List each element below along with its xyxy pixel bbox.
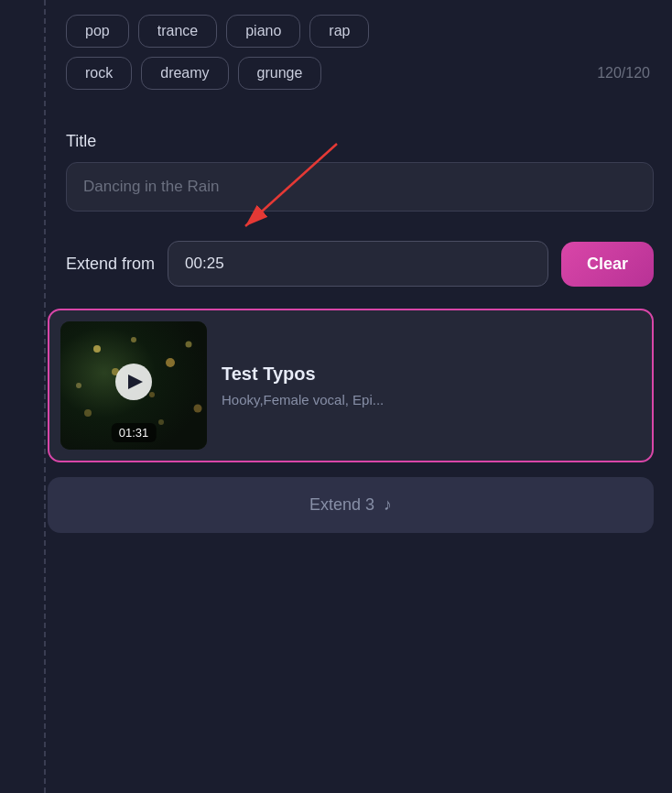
title-section: Title <box>44 114 672 226</box>
genre-tag-pop[interactable]: pop <box>66 15 129 48</box>
clear-button[interactable]: Clear <box>561 242 654 287</box>
page-container: pop trance piano rap rock dreamy grunge … <box>0 0 672 793</box>
play-icon <box>128 375 143 389</box>
svg-point-9 <box>186 342 192 348</box>
track-info: Test Typos Hooky,Female vocal, Epi... <box>222 364 641 407</box>
title-input[interactable] <box>66 162 654 212</box>
extend-from-label: Extend from <box>66 255 155 274</box>
svg-point-6 <box>76 383 81 388</box>
track-card: 01:31 Test Typos Hooky,Female vocal, Epi… <box>48 309 654 462</box>
genre-tag-rock[interactable]: rock <box>66 57 132 90</box>
extend-section: Extend from Clear <box>44 226 672 301</box>
genre-section: pop trance piano rap rock dreamy grunge … <box>44 0 672 114</box>
extend-button-label: Extend 3 <box>309 495 374 515</box>
track-title: Test Typos <box>222 364 641 385</box>
genre-tag-trance[interactable]: trance <box>138 15 217 48</box>
dashed-border <box>44 0 46 793</box>
extend-row: Extend from Clear <box>66 241 654 287</box>
track-tags: Hooky,Female vocal, Epi... <box>222 392 641 407</box>
svg-point-11 <box>158 419 164 425</box>
char-count: 120/120 <box>597 65 654 81</box>
extend-button[interactable]: Extend 3 ♪ <box>48 477 654 533</box>
svg-point-3 <box>93 345 101 353</box>
svg-point-4 <box>131 337 136 342</box>
genre-row-2: rock dreamy grunge 120/120 <box>66 57 654 90</box>
svg-point-12 <box>194 405 202 413</box>
title-label: Title <box>66 132 654 151</box>
genre-tag-piano[interactable]: piano <box>226 15 300 48</box>
extend-time-input[interactable] <box>168 241 548 287</box>
svg-point-10 <box>84 409 92 417</box>
play-button[interactable] <box>115 364 152 400</box>
music-note-icon: ♪ <box>384 495 392 515</box>
svg-point-5 <box>166 358 175 367</box>
genre-tag-rap[interactable]: rap <box>309 15 369 48</box>
svg-point-8 <box>149 392 155 397</box>
extend-btn-container: Extend 3 ♪ <box>48 477 654 533</box>
track-duration: 01:31 <box>112 423 157 442</box>
genre-tag-grunge[interactable]: grunge <box>238 57 322 90</box>
track-thumbnail: 01:31 <box>60 321 207 450</box>
genre-tag-dreamy[interactable]: dreamy <box>141 57 228 90</box>
genre-row-1: pop trance piano rap <box>66 15 654 48</box>
